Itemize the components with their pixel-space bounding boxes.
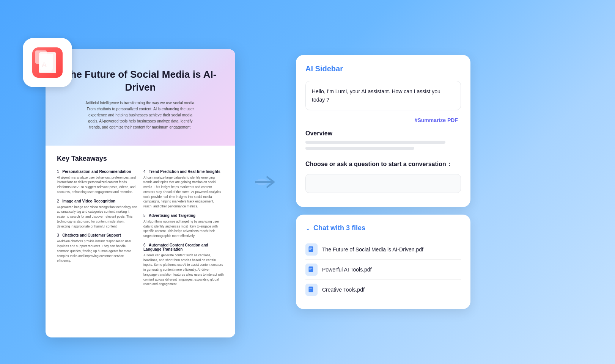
- chevron-down-icon: ⌄: [305, 224, 310, 232]
- app-icon: A: [23, 38, 72, 87]
- summarize-button[interactable]: #Summarize PDF: [412, 116, 461, 125]
- svg-rect-0: [40, 54, 53, 70]
- takeaway-item-6: 6 Automated Content Creation and Languag…: [143, 243, 224, 287]
- pdf-body: Key Takeaways 1 Personalization and Reco…: [46, 146, 235, 301]
- ai-sidebar-panel: AI Sidebar Hello, I'm Lumi, your AI assi…: [296, 55, 470, 207]
- takeaway-2-title: 2 Image and Video Recognition: [57, 199, 137, 203]
- svg-rect-4: [309, 248, 312, 248]
- takeaway-4-desc: AI can analyze large datasets to identif…: [143, 175, 224, 209]
- question-section: Choose or ask a question to start a conv…: [305, 155, 461, 198]
- ai-greeting: Hello, I'm Lumi, your AI assistant. How …: [312, 87, 455, 104]
- arrow-container: [250, 171, 281, 193]
- takeaway-5-title: 5 Advertising and Targeting: [143, 213, 224, 218]
- svg-rect-12: [309, 288, 312, 288]
- file-item-3[interactable]: Creative Tools.pdf: [305, 280, 461, 300]
- file-icon-2: [305, 264, 318, 276]
- takeaways-grid: 1 Personalization and Recommendation AI …: [57, 169, 224, 292]
- svg-text:A: A: [42, 61, 47, 68]
- app-icon-inner: A: [32, 47, 63, 78]
- svg-rect-13: [309, 289, 312, 289]
- file-item-1[interactable]: The Future of Social Media is AI-Driven.…: [305, 240, 461, 259]
- overview-section: Overview: [305, 130, 461, 150]
- main-container: A The Future of Social Media is AI-Drive…: [0, 0, 615, 364]
- pdf-icon-svg: A: [37, 52, 58, 73]
- svg-rect-3: [309, 246, 313, 252]
- overview-line-2: [305, 147, 414, 150]
- arrow-icon: [252, 171, 279, 193]
- svg-rect-10: [309, 270, 311, 270]
- question-prompt: Choose or ask a question to start a conv…: [305, 160, 461, 169]
- takeaway-item-2: 2 Image and Video Recognition AI-powered…: [57, 199, 137, 229]
- svg-rect-11: [309, 287, 313, 292]
- pdf-document: The Future of Social Media is AI-Driven …: [46, 49, 235, 337]
- takeaway-item-5: 5 Advertising and Targeting AI algorithm…: [143, 213, 224, 238]
- takeaway-5-desc: AI algorithms optimize ad targeting by a…: [143, 219, 224, 238]
- takeaways-col-1: 1 Personalization and Recommendation AI …: [57, 169, 137, 292]
- ai-sidebar-title: AI Sidebar: [305, 64, 461, 73]
- ai-message-box: Hello, I'm Lumi, your AI assistant. How …: [305, 81, 461, 111]
- chat-files-panel: ⌄ Chat with 3 files The Future of Social…: [296, 215, 470, 309]
- summarize-btn-container: #Summarize PDF: [305, 116, 461, 125]
- takeaway-item-3: 3 Chatbots and Customer Support AI-drive…: [57, 233, 137, 263]
- file-name-2: Powerful AI Tools.pdf: [322, 267, 371, 273]
- svg-rect-8: [309, 268, 312, 268]
- svg-rect-14: [309, 290, 311, 290]
- svg-rect-7: [309, 267, 313, 272]
- question-input-area[interactable]: [305, 174, 461, 193]
- takeaway-3-title: 3 Chatbots and Customer Support: [57, 233, 137, 237]
- overview-title: Overview: [305, 130, 461, 137]
- overview-line-1: [305, 141, 445, 144]
- pdf-file-icon-1: [308, 246, 315, 253]
- chat-files-title: Chat with 3 files: [313, 224, 365, 232]
- pdf-file-icon-2: [308, 266, 315, 273]
- file-item-2[interactable]: Powerful AI Tools.pdf: [305, 260, 461, 279]
- key-takeaways-title: Key Takeaways: [57, 155, 224, 163]
- takeaway-1-desc: AI algorithms analyze user behaviors, pr…: [57, 175, 137, 195]
- svg-rect-1: [39, 56, 52, 72]
- takeaway-item-4: 4 Trend Prediction and Real-time Insight…: [143, 169, 224, 209]
- file-icon-1: [305, 243, 318, 256]
- svg-rect-9: [309, 269, 312, 269]
- takeaway-2-desc: AI-powered image and video recognition t…: [57, 205, 137, 229]
- pdf-title: The Future of Social Media is AI-Driven: [61, 68, 220, 94]
- left-section: A The Future of Social Media is AI-Drive…: [15, 27, 235, 337]
- svg-rect-5: [309, 249, 312, 249]
- right-section: AI Sidebar Hello, I'm Lumi, your AI assi…: [296, 15, 470, 349]
- pdf-subtitle: Artificial Intelligence is transforming …: [83, 100, 197, 130]
- file-name-1: The Future of Social Media is AI-Driven.…: [322, 246, 423, 253]
- takeaway-4-title: 4 Trend Prediction and Real-time Insight…: [143, 169, 224, 174]
- file-icon-3: [305, 284, 318, 296]
- svg-rect-6: [309, 249, 311, 250]
- file-name-3: Creative Tools.pdf: [322, 287, 365, 293]
- takeaway-3-desc: AI-driven chatbots provide instant respo…: [57, 239, 137, 263]
- takeaway-6-title: 6 Automated Content Creation and Languag…: [143, 243, 224, 251]
- takeaway-6-desc: AI tools can generate content such as ca…: [143, 253, 224, 287]
- takeaway-item-1: 1 Personalization and Recommendation AI …: [57, 169, 137, 195]
- pdf-header: The Future of Social Media is AI-Driven …: [46, 49, 235, 146]
- takeaway-1-title: 1 Personalization and Recommendation: [57, 169, 137, 174]
- chat-files-header: ⌄ Chat with 3 files: [305, 224, 461, 232]
- takeaways-col-2: 4 Trend Prediction and Real-time Insight…: [143, 169, 224, 292]
- pdf-file-icon-3: [308, 286, 315, 293]
